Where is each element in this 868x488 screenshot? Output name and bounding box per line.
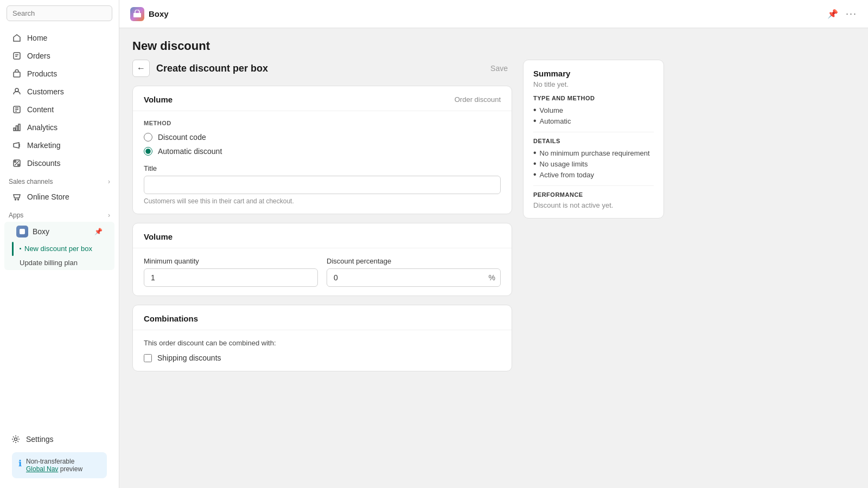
discount-code-radio[interactable] [144,133,152,142]
page-title: New discount [132,39,855,53]
boxy-app-item[interactable]: Boxy 📌 [9,222,110,241]
discount-code-option[interactable]: Discount code [144,133,501,142]
sub-nav-update-billing[interactable]: Update billing plan [20,256,114,270]
sidebar-item-online-store-label: Online Store [27,192,69,201]
sidebar-item-customers-label: Customers [27,87,64,96]
analytics-icon [12,123,22,132]
volume-qty-card-body: Minimum quantity Discount percentage % [133,248,512,296]
svg-rect-0 [14,53,20,59]
sidebar-item-analytics[interactable]: Analytics [4,119,114,136]
combinations-title: Combinations [144,314,198,323]
sub-nav-new-discount[interactable]: New discount per box [20,242,100,256]
notice-link[interactable]: Global Nav [26,465,58,473]
back-button[interactable]: ← [132,60,150,77]
automatic-discount-label: Automatic discount [158,147,222,156]
sidebar-item-products[interactable]: Products [4,65,114,82]
svg-rect-23 [133,13,141,17]
home-icon [12,33,22,43]
topbar-actions: 📌 ··· [827,8,857,20]
notice-box: ℹ Non-transferable Global Nav preview [12,452,107,478]
apps-chevron: › [108,211,110,219]
more-button[interactable]: ··· [846,8,857,20]
sidebar-item-orders[interactable]: Orders [4,47,114,65]
pin-button[interactable]: 📌 [827,9,838,19]
form-header: ← Create discount per box Save [132,60,512,77]
sidebar-item-marketing[interactable]: Marketing [4,137,114,154]
volume-qty-title: Volume [144,232,173,241]
svg-point-20 [18,199,19,200]
volume-fields-grid: Minimum quantity Discount percentage % [144,257,501,287]
discount-code-label: Discount code [158,133,206,142]
summary-divider-1 [533,132,654,132]
svg-point-4 [15,88,18,92]
discount-pct-field: Discount percentage % [327,257,501,287]
method-radio-group: Discount code Automatic discount [144,133,501,156]
type-method-item-automatic: Automatic [533,115,654,126]
notice-icon: ℹ [18,458,22,473]
details-item-min-purchase: No minimum purchase requirement [533,147,654,158]
sidebar: Home Orders Products Customers Content [0,0,119,488]
settings-icon [11,434,21,444]
type-method-section-title: TYPE AND METHOD [533,95,654,101]
boxy-app-icon [16,226,28,237]
sidebar-item-home-label: Home [27,34,47,42]
order-discount-label: Order discount [455,95,501,104]
svg-point-19 [15,199,16,200]
volume-method-card-body: METHOD Discount code Automatic discount [133,111,512,214]
title-input[interactable] [144,176,501,194]
volume-qty-card-header: Volume [133,223,512,248]
sidebar-item-home[interactable]: Home [4,29,114,47]
title-field-group: Title Customers will see this in their c… [144,164,501,205]
sidebar-item-discounts[interactable]: Discounts [4,155,114,172]
automatic-discount-option[interactable]: Automatic discount [144,147,501,156]
svg-point-15 [15,161,16,163]
performance-text: Discount is not active yet. [533,201,654,209]
brand-name: Boxy [149,9,169,18]
content-area: New discount ← Create discount per box S… [119,28,868,488]
form-title-area: ← Create discount per box [132,60,268,77]
sidebar-item-analytics-label: Analytics [27,123,58,132]
sidebar-item-content[interactable]: Content [4,101,114,118]
combinations-card: Combinations This order discount can be … [132,305,512,371]
min-qty-label: Minimum quantity [144,257,318,265]
customers-icon [12,87,22,97]
min-qty-input[interactable] [144,268,318,287]
title-field-hint: Customers will see this in their cart an… [144,197,501,205]
min-qty-field: Minimum quantity [144,257,318,287]
shipping-discounts-label: Shipping discounts [157,354,221,362]
summary-title: Summary [533,69,654,78]
details-item-usage: No usage limits [533,158,654,169]
discount-pct-input-wrapper: % [327,268,501,287]
marketing-icon [12,140,22,150]
automatic-discount-radio[interactable] [144,147,152,156]
percent-suffix: % [489,273,495,282]
sidebar-bottom: Settings ℹ Non-transferable Global Nav p… [0,425,119,488]
settings-item[interactable]: Settings [8,431,111,448]
shipping-discounts-checkbox[interactable] [144,354,152,362]
svg-line-17 [15,161,19,165]
settings-label: Settings [26,435,54,444]
svg-rect-10 [16,126,18,131]
sidebar-item-online-store[interactable]: Online Store [4,188,114,206]
sidebar-item-orders-label: Orders [27,52,50,60]
discount-pct-input[interactable] [327,268,501,287]
sidebar-item-products-label: Products [27,69,57,78]
svg-rect-11 [18,124,20,131]
main-content: Boxy 📌 ··· New discount ← Create discoun… [119,0,868,488]
sidebar-search-area [0,0,119,27]
search-input[interactable] [7,5,112,21]
shipping-discounts-option[interactable]: Shipping discounts [144,354,501,362]
sidebar-item-customers[interactable]: Customers [4,83,114,100]
topbar: Boxy 📌 ··· [119,0,868,28]
volume-card-title: Volume [144,95,173,104]
sidebar-item-discounts-label: Discounts [27,159,60,168]
summary-sidebar: Summary No title yet. TYPE AND METHOD Vo… [523,60,664,380]
products-icon [12,69,22,79]
form-main: ← Create discount per box Save Volume Or… [132,60,512,380]
sidebar-item-marketing-label: Marketing [27,141,60,150]
apps-section-label: Apps › [0,206,119,221]
method-label: METHOD [144,120,501,126]
details-section-title: DETAILS [533,138,654,144]
save-button[interactable]: Save [486,62,512,75]
discounts-icon [12,158,22,168]
